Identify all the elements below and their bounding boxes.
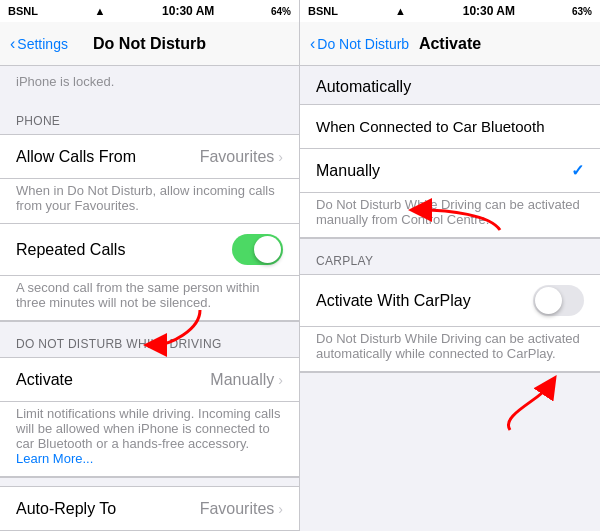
battery-left: 64%: [271, 6, 291, 17]
auto-reply-to-cell[interactable]: Auto-Reply To Favourites ›: [0, 487, 299, 531]
manually-label: Manually: [316, 162, 380, 180]
activate-cell[interactable]: Activate Manually ›: [0, 358, 299, 402]
manually-cell[interactable]: Manually ✓: [300, 149, 600, 193]
back-button-left[interactable]: ‹ Settings: [10, 35, 68, 53]
battery-right: 63%: [572, 6, 592, 17]
chevron-left-icon-right: ‹: [310, 35, 315, 53]
carrier-right: BSNL: [308, 5, 338, 17]
scroll-content-left: iPhone is locked. PHONE Allow Calls From…: [0, 66, 299, 531]
repeated-calls-toggle[interactable]: [232, 234, 283, 265]
chevron-left-icon: ‹: [10, 35, 15, 53]
back-label-right[interactable]: Do Not Disturb: [317, 36, 409, 52]
auto-reply-to-value: Favourites ›: [200, 500, 283, 518]
automatically-section: Automatically: [300, 66, 600, 96]
phone-section-header: PHONE: [0, 99, 299, 134]
allow-calls-desc: When in Do Not Disturb, allow incoming c…: [0, 179, 299, 224]
page-title-right: Activate: [419, 35, 481, 53]
when-connected-group: When Connected to Car Bluetooth Manually…: [300, 104, 600, 239]
toggle-thumb-carplay: [535, 287, 562, 314]
status-bar-right: BSNL ▲ 10:30 AM 63%: [300, 0, 600, 22]
activate-group: Activate Manually › Limit notifications …: [0, 357, 299, 478]
battery-icons-left: 64%: [271, 6, 291, 17]
allow-calls-cell[interactable]: Allow Calls From Favourites ›: [0, 135, 299, 179]
back-button-right[interactable]: ‹ Do Not Disturb: [310, 35, 409, 53]
activate-value: Manually ›: [210, 371, 283, 389]
auto-reply-group: Auto-Reply To Favourites › Auto-Reply I'…: [0, 486, 299, 531]
repeated-calls-label: Repeated Calls: [16, 241, 125, 259]
activate-carplay-label: Activate With CarPlay: [316, 292, 471, 310]
scroll-content-right: Automatically When Connected to Car Blue…: [300, 66, 600, 531]
page-title-left: Do Not Disturb: [93, 35, 206, 53]
auto-reply-to-chevron: ›: [278, 501, 283, 517]
nav-bar-left: ‹ Settings Do Not Disturb: [0, 22, 299, 66]
back-label-left[interactable]: Settings: [17, 36, 68, 52]
activate-label: Activate: [16, 371, 73, 389]
manually-desc: Do Not Disturb While Driving can be acti…: [300, 193, 600, 238]
learn-more-link[interactable]: Learn More...: [16, 451, 93, 466]
repeated-calls-desc: A second call from the same person withi…: [0, 276, 299, 321]
wifi-icon-right: ▲: [395, 5, 406, 17]
carplay-desc: Do Not Disturb While Driving can be acti…: [300, 327, 600, 372]
activate-desc: Limit notifications while driving. Incom…: [0, 402, 299, 477]
toggle-thumb: [254, 236, 281, 263]
allow-calls-group: Allow Calls From Favourites › When in Do…: [0, 134, 299, 322]
time-left: 10:30 AM: [162, 4, 214, 18]
dnd-section-header: DO NOT DISTURB WHILE DRIVING: [0, 322, 299, 357]
activate-carplay-cell[interactable]: Activate With CarPlay: [300, 275, 600, 327]
activate-carplay-toggle[interactable]: [533, 285, 584, 316]
auto-reply-to-label: Auto-Reply To: [16, 500, 116, 518]
status-bar-left: BSNL ▲ 10:30 AM 64%: [0, 0, 299, 22]
chevron-icon: ›: [278, 149, 283, 165]
carrier-left: BSNL: [8, 5, 38, 17]
when-connected-label: When Connected to Car Bluetooth: [316, 118, 544, 135]
wifi-icon-left: ▲: [95, 5, 106, 17]
allow-calls-label: Allow Calls From: [16, 148, 136, 166]
nav-bar-right: ‹ Do Not Disturb Activate: [300, 22, 600, 66]
top-desc: iPhone is locked.: [0, 66, 299, 99]
carplay-section-header: CARPLAY: [300, 239, 600, 274]
allow-calls-value: Favourites ›: [200, 148, 283, 166]
automatically-label: Automatically: [316, 78, 411, 95]
repeated-calls-cell[interactable]: Repeated Calls: [0, 224, 299, 276]
right-panel: BSNL ▲ 10:30 AM 63% ‹ Do Not Disturb Act…: [300, 0, 600, 531]
when-connected-cell[interactable]: When Connected to Car Bluetooth: [300, 105, 600, 149]
activate-chevron: ›: [278, 372, 283, 388]
check-mark: ✓: [571, 161, 584, 180]
battery-icons-right: 63%: [572, 6, 592, 17]
time-right: 10:30 AM: [463, 4, 515, 18]
carplay-group: Activate With CarPlay Do Not Disturb Whi…: [300, 274, 600, 373]
